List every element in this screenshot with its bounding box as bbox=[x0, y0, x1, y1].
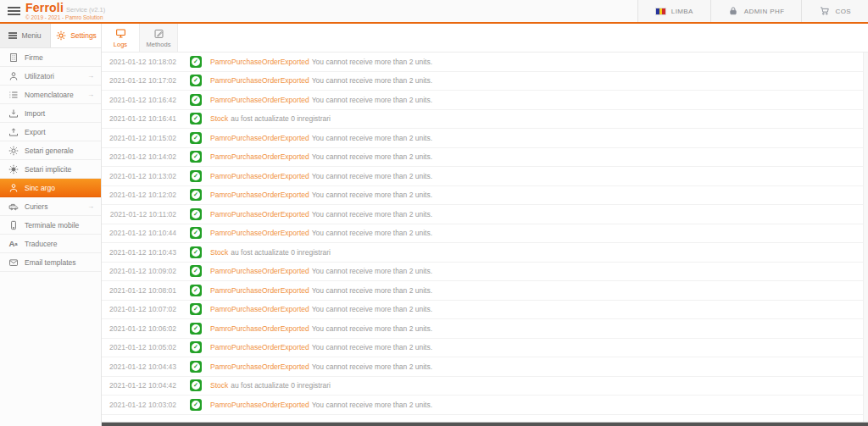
log-timestamp: 2021-01-12 10:16:42 bbox=[102, 96, 176, 104]
log-row: 2021-01-12 10:13:02 ✓ PamroPurchaseOrder… bbox=[102, 167, 868, 186]
log-event: PamroPurchaseOrderExported bbox=[210, 401, 309, 409]
export-icon bbox=[8, 126, 19, 137]
sidebar-nav: Firme Utilizatori → Nomenclatoare → bbox=[0, 48, 101, 272]
sidebar-item-import[interactable]: Import bbox=[0, 104, 101, 123]
log-message: You cannot receive more than 2 units. bbox=[312, 96, 432, 104]
sidebar-item-label: Import bbox=[25, 109, 45, 118]
log-list: 2021-01-12 10:18:02 ✓ PamroPurchaseOrder… bbox=[102, 53, 868, 422]
romanian-flag-icon bbox=[655, 8, 666, 15]
log-message: You cannot receive more than 2 units. bbox=[312, 324, 432, 333]
log-text: PamroPurchaseOrderExportedYou cannot rec… bbox=[210, 362, 432, 371]
log-row: 2021-01-12 10:04:43 ✓ PamroPurchaseOrder… bbox=[102, 357, 868, 377]
log-event: PamroPurchaseOrderExported bbox=[210, 96, 309, 104]
success-check-icon: ✓ bbox=[190, 113, 202, 124]
log-timestamp: 2021-01-12 10:15:02 bbox=[102, 134, 176, 142]
log-row: 2021-01-12 10:16:42 ✓ PamroPurchaseOrder… bbox=[102, 91, 868, 110]
success-check-icon: ✓ bbox=[190, 246, 202, 258]
topbar-right: LIMBA ADMIN PHF COS bbox=[637, 0, 868, 22]
sidebar-item-label: Terminale mobile bbox=[25, 221, 79, 230]
log-message: You cannot receive more than 2 units. bbox=[312, 172, 432, 180]
log-timestamp: 2021-01-12 10:06:02 bbox=[102, 324, 176, 333]
sidebar-item-firme[interactable]: Firme bbox=[0, 48, 101, 67]
log-text: PamroPurchaseOrderExportedYou cannot rec… bbox=[210, 324, 432, 333]
sidebar-item-label: Nomenclatoare bbox=[25, 91, 74, 99]
tab-menu[interactable]: Meniu bbox=[0, 24, 51, 47]
sidebar-item-terminale-mobile[interactable]: Terminale mobile bbox=[0, 216, 101, 235]
sidebar-item-label: Curiers bbox=[25, 202, 47, 211]
log-row: 2021-01-12 10:08:01 ✓ PamroPurchaseOrder… bbox=[102, 281, 868, 301]
log-message: You cannot receive more than 2 units. bbox=[312, 305, 432, 313]
translate-icon: Aa bbox=[8, 238, 19, 249]
mobile-icon bbox=[8, 219, 19, 230]
log-event: PamroPurchaseOrderExported bbox=[210, 362, 309, 371]
log-text: Stockau fost actualizate 0 inregistrari bbox=[210, 248, 331, 257]
tab-settings-label: Settings bbox=[70, 31, 97, 40]
success-check-icon: ✓ bbox=[190, 227, 202, 239]
log-text: Stockau fost actualizate 0 inregistrari bbox=[210, 114, 331, 123]
expand-arrow-icon: → bbox=[87, 72, 94, 80]
app-window: FerroliService (v2.1) © 2019 - 2021 - Pa… bbox=[0, 0, 868, 426]
log-timestamp: 2021-01-12 10:11:02 bbox=[102, 210, 176, 219]
log-message: You cannot receive more than 2 units. bbox=[312, 343, 432, 351]
log-text: Stockau fost actualizate 0 inregistrari bbox=[210, 381, 331, 390]
main-layout: Meniu Settings Firme bbox=[0, 24, 868, 426]
log-event: PamroPurchaseOrderExported bbox=[210, 172, 309, 180]
log-event: PamroPurchaseOrderExported bbox=[210, 286, 309, 295]
sidebar-item-traducere[interactable]: Aa Traducere bbox=[0, 235, 101, 253]
vertical-scrollbar[interactable] bbox=[863, 53, 868, 422]
building-icon bbox=[8, 52, 19, 63]
log-text: PamroPurchaseOrderExportedYou cannot rec… bbox=[210, 267, 432, 275]
success-check-icon: ✓ bbox=[190, 132, 202, 144]
tab-menu-label: Meniu bbox=[21, 31, 41, 40]
sidebar-item-curiers[interactable]: Curiers → bbox=[0, 197, 101, 216]
log-text: PamroPurchaseOrderExportedYou cannot rec… bbox=[210, 76, 432, 85]
gear-filled-icon bbox=[8, 163, 19, 174]
log-message: You cannot receive more than 2 units. bbox=[312, 191, 432, 199]
sidebar-item-label: Utilizatori bbox=[25, 72, 54, 80]
sidebar-item-email-templates[interactable]: Email templates bbox=[0, 253, 101, 272]
sidebar-item-label: Setari implicite bbox=[25, 165, 71, 174]
sidebar: Meniu Settings Firme bbox=[0, 24, 102, 426]
log-event: PamroPurchaseOrderExported bbox=[210, 267, 309, 275]
log-text: PamroPurchaseOrderExportedYou cannot rec… bbox=[210, 210, 432, 219]
content-panel: Logs Methods 2021-01-12 10:18:02 ✓ Pamro… bbox=[102, 24, 868, 426]
log-event: Stock bbox=[210, 248, 228, 257]
log-message: You cannot receive more than 2 units. bbox=[312, 401, 432, 409]
horizontal-scrollbar[interactable] bbox=[102, 422, 868, 426]
log-event: PamroPurchaseOrderExported bbox=[210, 191, 309, 199]
log-row: 2021-01-12 10:10:44 ✓ PamroPurchaseOrder… bbox=[102, 224, 868, 244]
log-timestamp: 2021-01-12 10:18:02 bbox=[102, 58, 176, 66]
import-icon bbox=[8, 108, 19, 119]
success-check-icon: ✓ bbox=[190, 170, 202, 182]
cart-button[interactable]: COS bbox=[801, 0, 868, 22]
success-check-icon: ✓ bbox=[190, 75, 202, 86]
log-row: 2021-01-12 10:04:42 ✓ Stockau fost actua… bbox=[102, 377, 868, 396]
log-row: 2021-01-12 10:11:02 ✓ PamroPurchaseOrder… bbox=[102, 205, 868, 224]
sidebar-item-export[interactable]: Export bbox=[0, 123, 101, 141]
sidebar-item-utilizatori[interactable]: Utilizatori → bbox=[0, 67, 101, 86]
admin-user-button[interactable]: ADMIN PHF bbox=[710, 0, 802, 22]
log-timestamp: 2021-01-12 10:10:43 bbox=[102, 248, 176, 257]
tab-settings[interactable]: Settings bbox=[51, 24, 101, 47]
sync-user-icon bbox=[8, 182, 19, 193]
log-text: PamroPurchaseOrderExportedYou cannot rec… bbox=[210, 305, 432, 313]
sidebar-item-setari-implicite[interactable]: Setari implicite bbox=[0, 160, 101, 179]
language-button[interactable]: LIMBA bbox=[637, 0, 710, 22]
sidebar-item-sinc-argo[interactable]: Sinc argo bbox=[0, 179, 101, 197]
brand-copyright: © 2019 - 2021 - Pamro Solution bbox=[25, 15, 105, 21]
success-check-icon: ✓ bbox=[190, 341, 202, 353]
tab-logs[interactable]: Logs bbox=[102, 24, 140, 52]
content-tabs: Logs Methods bbox=[102, 24, 868, 53]
log-text: PamroPurchaseOrderExportedYou cannot rec… bbox=[210, 401, 432, 409]
log-row: 2021-01-12 10:10:43 ✓ Stockau fost actua… bbox=[102, 243, 868, 263]
sidebar-item-nomenclatoare[interactable]: Nomenclatoare → bbox=[0, 86, 101, 104]
tab-methods[interactable]: Methods bbox=[140, 24, 178, 52]
hamburger-menu-icon[interactable] bbox=[0, 0, 25, 22]
sidebar-item-setari-generale[interactable]: Setari generale bbox=[0, 141, 101, 160]
log-event: PamroPurchaseOrderExported bbox=[210, 210, 309, 219]
log-timestamp: 2021-01-12 10:05:02 bbox=[102, 343, 176, 351]
log-message: au fost actualizate 0 inregistrari bbox=[231, 114, 331, 123]
sidebar-item-label: Traducere bbox=[25, 240, 57, 248]
log-event: PamroPurchaseOrderExported bbox=[210, 343, 309, 351]
lock-icon bbox=[728, 6, 739, 17]
